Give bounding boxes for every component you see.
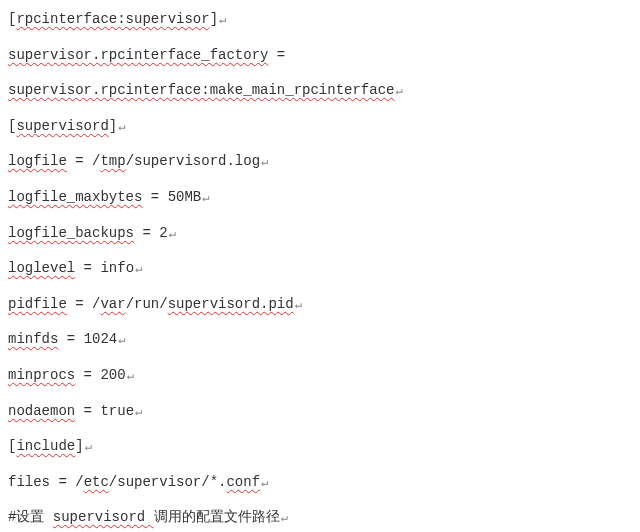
return-icon: ↵ [127, 369, 134, 383]
text: = 200 [75, 367, 125, 383]
text: = / [67, 296, 101, 312]
text: ] [210, 11, 218, 27]
spellcheck-word: supervisord [53, 509, 154, 525]
spellcheck-word: nodaemon [8, 403, 75, 419]
return-icon: ↵ [261, 476, 268, 490]
config-line: pidfile = /var/run/supervisord.pid↵ [8, 295, 632, 315]
config-line: [rpcinterface:supervisor]↵ [8, 10, 632, 30]
return-icon: ↵ [281, 511, 288, 525]
config-line: minfds = 1024↵ [8, 330, 632, 350]
config-line: [supervisord]↵ [8, 117, 632, 137]
spellcheck-word: minprocs [8, 367, 75, 383]
text: /supervisord.log [126, 153, 260, 169]
spellcheck-word: logfile_backups [8, 225, 134, 241]
text: = info [75, 260, 134, 276]
spellcheck-word: logfile [8, 153, 67, 169]
return-icon: ↵ [395, 84, 402, 98]
text: ] [109, 118, 117, 134]
text: = 50MB [142, 189, 201, 205]
text: = / [50, 474, 84, 490]
return-icon: ↵ [261, 155, 268, 169]
text: #设置 [8, 509, 53, 525]
spellcheck-word: tmp [100, 153, 125, 169]
spellcheck-word: rpcinterface:supervisor [16, 11, 209, 27]
return-icon: ↵ [135, 405, 142, 419]
text: /supervisor/*. [109, 474, 227, 490]
return-icon: ↵ [202, 191, 209, 205]
spellcheck-word: pidfile [8, 296, 67, 312]
config-document: [rpcinterface:supervisor]↵ supervisor.rp… [0, 0, 640, 532]
text: ] [75, 438, 83, 454]
config-line: logfile_backups = 2↵ [8, 224, 632, 244]
spellcheck-word: loglevel [8, 260, 75, 276]
return-icon: ↵ [169, 227, 176, 241]
return-icon: ↵ [118, 120, 125, 134]
text: = 2 [134, 225, 168, 241]
spellcheck-word: supervisord [16, 118, 108, 134]
return-icon: ↵ [118, 333, 125, 347]
return-icon: ↵ [85, 440, 92, 454]
spellcheck-word: var [100, 296, 125, 312]
config-line: logfile = /tmp/supervisord.log↵ [8, 152, 632, 172]
text: files [8, 474, 50, 490]
text: = true [75, 403, 134, 419]
spellcheck-word: supervisor.rpcinterface:make_main_rpcint… [8, 82, 394, 98]
spellcheck-word: supervisor.rpcinterface_factory [8, 47, 268, 63]
return-icon: ↵ [135, 262, 142, 276]
config-line: minprocs = 200↵ [8, 366, 632, 386]
config-line: loglevel = info↵ [8, 259, 632, 279]
text: = / [67, 153, 101, 169]
return-icon: ↵ [295, 298, 302, 312]
text: /run/ [126, 296, 168, 312]
spellcheck-word: supervisord.pid [168, 296, 294, 312]
text: = 1024 [58, 331, 117, 347]
text: 调用的配置文件路径 [154, 509, 280, 525]
spellcheck-word: conf [226, 474, 260, 490]
spellcheck-word: minfds [8, 331, 58, 347]
spellcheck-word: etc [84, 474, 109, 490]
config-line: supervisor.rpcinterface_factory = [8, 46, 632, 66]
spellcheck-word: include [16, 438, 75, 454]
config-line: files = /etc/supervisor/*.conf↵ [8, 473, 632, 493]
config-line: #设置 supervisord 调用的配置文件路径↵ [8, 508, 632, 528]
config-line: nodaemon = true↵ [8, 402, 632, 422]
config-line: supervisor.rpcinterface:make_main_rpcint… [8, 81, 632, 101]
text: = [268, 47, 285, 63]
config-line: logfile_maxbytes = 50MB↵ [8, 188, 632, 208]
return-icon: ↵ [219, 13, 226, 27]
config-line: [include]↵ [8, 437, 632, 457]
spellcheck-word: logfile_maxbytes [8, 189, 142, 205]
